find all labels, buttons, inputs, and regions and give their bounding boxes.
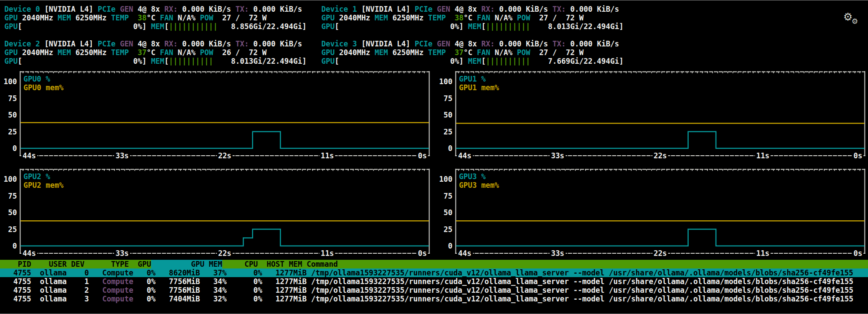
header-sort-column-gpu-mem: GPU MEM (151, 260, 222, 268)
device-1-line-2: GPU[ 0%] MEM[|||||||||| 8.013Gi/22.494Gi… (321, 22, 624, 31)
x-axis-label-gpu2-44s: 44s (21, 249, 37, 258)
text-segment: RX: (165, 39, 182, 48)
device-block-2: Device 2 [NVIDIA L4] PCIe GEN 4@ 8x RX: … (4, 39, 307, 65)
text-segment: MEM (375, 48, 393, 57)
process-type-cell: Compute (102, 286, 133, 294)
settings-gear-small-icon[interactable]: ⚙ (851, 18, 858, 25)
device-0-line-2: GPU[ 0%] MEM[||||||||||| 8.856Gi/22.494G… (4, 22, 307, 31)
text-segment: TEMP (111, 13, 138, 22)
y-axis-label-gpu0-25: 25 (0, 128, 17, 136)
text-segment: 4@ 8x (455, 5, 481, 13)
x-axis-label-gpu0-33s: 33s (114, 151, 130, 160)
process-row-3[interactable]: 4755 ollama 3 Compute 0% 7404MiB 32% 0% … (0, 294, 868, 303)
x-axis-label-gpu1-44s: 44s (457, 151, 473, 160)
chart-gpu2 (20, 169, 430, 255)
process-row-0[interactable]: 4755 ollama 0 Compute 0% 8620MiB 37% 0% … (0, 268, 868, 277)
y-axis-label-gpu1-25: 25 (433, 128, 452, 136)
text-segment: [NVIDIA L4] (361, 39, 415, 48)
process-table-header-row[interactable]: PID USER DEV TYPE GPU GPU MEM CPU HOST M… (0, 260, 868, 268)
process-cells: 4755 ollama 1 (0, 277, 102, 286)
text-segment: 6250MHz (76, 13, 111, 22)
process-row-1[interactable]: 4755 ollama 1 Compute 0% 7756MiB 34% 0% … (0, 277, 868, 286)
chart-legend-gpu2-0: GPU2 % (23, 172, 50, 181)
text-segment: GPU (321, 13, 339, 22)
text-segment: [ 0%] (18, 22, 151, 31)
y-axis-label-gpu2-100: 100 (0, 175, 17, 183)
text-segment: 37 (455, 48, 463, 57)
text-segment: 0.000 KiB/s (570, 5, 619, 13)
text-segment: FAN (477, 13, 495, 22)
text-segment: GPU (4, 48, 22, 57)
text-segment: RX: (482, 39, 499, 48)
device-3-line-1: GPU 2040MHz MEM 6250MHz TEMP 37°C FAN N/… (321, 48, 624, 57)
x-axis-label-gpu1-22s: 22s (652, 151, 668, 160)
text-segment: GEN (437, 5, 455, 13)
device-2-line-0: Device 2 [NVIDIA L4] PCIe GEN 4@ 8x RX: … (4, 39, 307, 48)
text-segment: GEN (120, 5, 138, 13)
text-segment: 4@ 8x (138, 39, 164, 48)
process-cells: 4755 ollama 2 (0, 286, 102, 294)
x-axis-label-gpu1-11s: 11s (755, 151, 771, 160)
text-segment: N/A% (495, 13, 517, 22)
x-axis-label-gpu3-11s: 11s (755, 249, 771, 258)
text-segment: MEM (151, 22, 165, 31)
y-axis-label-gpu2-75: 75 (0, 192, 17, 200)
y-axis-label-gpu1-0: 0 (433, 144, 452, 153)
device-2-line-1: GPU 2040MHz MEM 6250MHz TEMP 37°C FAN N/… (4, 48, 307, 57)
chart-legend-gpu0-1: GPU0 mem% (23, 83, 63, 92)
text-segment: 4@ 8x (455, 39, 481, 48)
process-command-cell: /tmp/ollama1593227535/runners/cuda_v12/o… (311, 294, 853, 303)
device-1-line-1: GPU 2040MHz MEM 6250MHz TEMP 38°C FAN N/… (321, 13, 624, 22)
y-axis-label-gpu3-25: 25 (433, 225, 452, 234)
text-segment: 8.856Gi/22.494Gi] (218, 22, 307, 31)
process-row-2[interactable]: 4755 ollama 2 Compute 0% 7756MiB 34% 0% … (0, 286, 868, 294)
text-segment: 38 (138, 13, 146, 22)
x-axis-label-gpu3-44s: 44s (457, 249, 473, 258)
device-2-line-2: GPU[ 0%] MEM[|||||||||| 8.013Gi/22.494Gi… (4, 57, 307, 65)
text-segment: 8.013Gi/22.494Gi] (530, 22, 624, 31)
chart-legend-gpu3-0: GPU3 % (459, 172, 485, 181)
process-cells: 0% 7756MiB 34% 0% 1277MiB (133, 277, 311, 286)
text-segment: PCIe (98, 5, 120, 13)
x-axis-label-gpu2-0s: 0s (417, 249, 428, 258)
text-segment: TEMP (428, 48, 455, 57)
chart-legend-gpu1-0: GPU1 % (459, 75, 485, 83)
device-1-line-0: Device 1 [NVIDIA L4] PCIe GEN 4@ 8x RX: … (321, 5, 624, 13)
text-segment: [ 0%] (335, 57, 468, 65)
device-0-line-0: Device 0 [NVIDIA L4] PCIe GEN 4@ 8x RX: … (4, 5, 307, 13)
chart-gpu0 (20, 71, 430, 157)
text-segment: FAN (160, 13, 178, 22)
device-3-line-0: Device 3 [NVIDIA L4] PCIe GEN 4@ 8x RX: … (321, 39, 624, 48)
y-axis-label-gpu2-0: 0 (0, 242, 17, 250)
text-segment: [NVIDIA L4] (361, 5, 415, 13)
device-block-3: Device 3 [NVIDIA L4] PCIe GEN 4@ 8x RX: … (321, 39, 624, 65)
gpu-utilization-line-gpu0 (20, 132, 429, 149)
text-segment: 26 / 72 W (222, 48, 267, 57)
text-segment: PCIe (415, 39, 437, 48)
process-command-cell: /tmp/ollama1593227535/runners/cuda_v12/o… (311, 286, 853, 294)
text-segment: GPU (4, 57, 18, 65)
text-segment: 0.000 KiB/s (499, 5, 552, 13)
text-segment: PCIe (98, 39, 120, 48)
y-axis-label-gpu0-75: 75 (0, 94, 17, 103)
x-axis-label-gpu3-33s: 33s (550, 249, 566, 258)
text-segment: 6250MHz (76, 48, 111, 57)
text-segment: [ 0%] (18, 57, 151, 65)
text-segment: MEM (375, 13, 393, 22)
process-row-text: 4755 ollama 0 Compute 0% 8620MiB 37% 0% … (0, 268, 853, 277)
text-segment: °C (147, 48, 160, 57)
x-axis-label-gpu1-0s: 0s (852, 151, 864, 160)
process-command-cell: /tmp/ollama1593227535/runners/cuda_v12/o… (311, 277, 853, 286)
text-segment: 4@ 8x (138, 5, 164, 13)
chart-legend-gpu1-1: GPU1 mem% (459, 83, 499, 92)
text-segment: MEM (468, 22, 482, 31)
text-segment: Device 3 (321, 39, 361, 48)
text-segment: MEM (151, 57, 165, 65)
y-axis-label-gpu0-0: 0 (0, 144, 17, 153)
text-segment: Device 1 (321, 5, 361, 13)
text-segment: 0.000 KiB/s (182, 39, 235, 48)
text-segment: POW (200, 13, 222, 22)
y-axis-label-gpu3-0: 0 (433, 242, 452, 250)
text-segment: TX: (552, 39, 570, 48)
text-segment: 38 (455, 13, 463, 22)
